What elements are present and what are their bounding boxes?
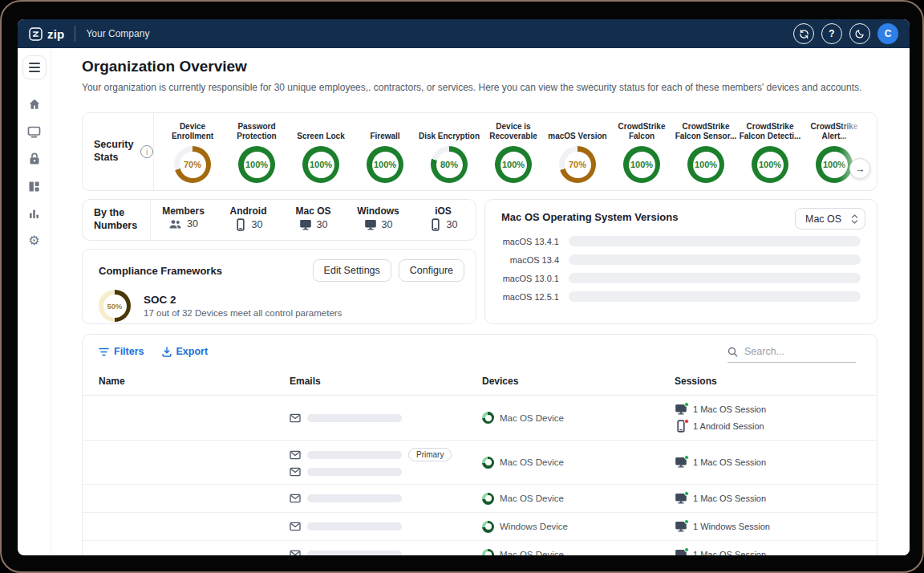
people-icon (168, 218, 182, 230)
filter-icon (99, 347, 109, 356)
os-bar-row: macOS 13.4 (501, 254, 861, 265)
filters-button[interactable]: Filters (99, 346, 144, 357)
sidebar-item-reports[interactable] (21, 200, 48, 227)
security-stat-item: CrowdStrike Falcon Detecti...100% (738, 120, 802, 190)
app-window: zip Your Company ? C (18, 19, 910, 555)
by-the-numbers-card: By the Numbers Members30Android30Mac OS3… (82, 199, 476, 241)
zip-logo[interactable]: zip (29, 27, 64, 41)
device-label: Mac OS Device (500, 494, 564, 503)
compliance-card: Compliance Frameworks Edit Settings Conf… (82, 249, 476, 324)
column-sessions: Sessions (675, 376, 861, 387)
search-field (727, 346, 856, 363)
device-status-ring (482, 412, 494, 424)
device-label: Mac OS Device (500, 550, 564, 555)
column-emails: Emails (290, 376, 482, 387)
stat-progress-ring: 100% (687, 146, 724, 183)
email-placeholder (307, 522, 402, 530)
logo-text: zip (47, 27, 64, 41)
security-stat-item: Screen Lock100% (289, 120, 353, 190)
email-placeholder (307, 414, 402, 422)
column-name: Name (99, 376, 290, 387)
number-label: Members (162, 205, 205, 217)
sidebar-item-home[interactable] (21, 91, 48, 118)
stat-label: Device is Recoverable (481, 120, 545, 141)
number-label: Windows (357, 205, 399, 217)
by-the-numbers-label: By the Numbers (94, 207, 139, 232)
session-label: 1 Mac OS Session (693, 550, 766, 555)
search-icon (727, 347, 738, 357)
monitor-session-icon (675, 548, 687, 555)
security-stat-item: Password Protection100% (225, 120, 289, 190)
stat-progress-ring: 100% (752, 146, 788, 183)
sidebar-item-settings[interactable]: ⚙ (21, 227, 48, 254)
os-bar-label: macOS 12.5.1 (501, 292, 559, 302)
info-icon[interactable]: i (140, 145, 153, 158)
table-row[interactable]: Mac OS Device1 Mac OS Session (83, 541, 877, 555)
edit-settings-button[interactable]: Edit Settings (313, 259, 391, 282)
session-label: 1 Mac OS Session (693, 457, 766, 467)
members-table-card: Filters Export Name Emails (82, 334, 877, 555)
sidebar-item-security[interactable] (21, 145, 48, 173)
os-bar-label: macOS 13.0.1 (501, 274, 559, 283)
configure-button[interactable]: Configure (399, 259, 464, 282)
os-bar-row: macOS 12.5.1 (501, 291, 861, 302)
stat-label: CrowdStrike Alert... (802, 120, 866, 141)
security-stat-item: CrowdStrike Alert...100% (802, 120, 866, 190)
number-label: Mac OS (295, 205, 330, 217)
dark-mode-icon[interactable] (849, 23, 870, 44)
primary-badge: Primary (408, 448, 452, 461)
device-status-ring (482, 549, 494, 556)
security-stats-card: Security Stats i Device Enrollment70%Pas… (82, 112, 877, 191)
stat-label: macOS Version (545, 120, 610, 141)
monitor-session-icon (675, 492, 687, 505)
phone-icon (234, 218, 247, 231)
search-input[interactable] (744, 346, 841, 357)
stat-progress-ring: 100% (623, 146, 660, 183)
sync-icon[interactable] (793, 23, 814, 44)
email-placeholder (307, 494, 402, 502)
table-row[interactable]: Mac OS Device1 Mac OS Session1 Android S… (83, 396, 877, 441)
email-placeholder (307, 451, 402, 459)
number-value: 30 (187, 218, 198, 230)
page-title: Organization Overview (82, 58, 247, 75)
os-bar-row: macOS 13.4.1 (501, 236, 861, 246)
security-stat-item: CrowdStrike Falcon100% (610, 120, 674, 190)
number-stat-android: Android30 (216, 205, 281, 240)
sidebar-item-apps[interactable] (21, 173, 48, 200)
device-label: Mac OS Device (500, 457, 564, 467)
stat-progress-ring: 100% (302, 146, 339, 183)
stat-label: CrowdStrike Falcon Detecti... (738, 120, 802, 141)
export-button[interactable]: Export (162, 346, 209, 357)
device-status-ring (482, 493, 494, 505)
stat-progress-ring: 100% (816, 146, 853, 183)
number-value: 30 (252, 219, 263, 230)
page-subtitle: Your organization is currently responsib… (82, 82, 876, 93)
download-icon (162, 347, 172, 357)
email-placeholder (307, 468, 402, 476)
table-row[interactable]: Windows Device1 Windows Session (83, 513, 877, 541)
email-placeholder (307, 551, 402, 555)
scroll-right-button[interactable]: → (849, 158, 870, 179)
os-bar-label: macOS 13.4.1 (501, 237, 559, 246)
stat-label: Disk Encryption (417, 120, 481, 141)
table-row[interactable]: Mac OS Device1 Mac OS Session (83, 485, 877, 513)
status-dot (684, 402, 689, 407)
status-dot (684, 519, 689, 524)
stat-progress-ring: 70% (174, 146, 211, 183)
framework-name: SOC 2 (144, 294, 342, 306)
table-row[interactable]: PrimaryMac OS Device1 Mac OS Session (83, 441, 877, 485)
user-avatar[interactable]: C (877, 23, 898, 44)
os-bar-track (569, 291, 861, 302)
stat-progress-ring: 80% (431, 146, 468, 183)
company-name: Your Company (86, 28, 149, 39)
security-stat-item: Firewall100% (353, 120, 417, 190)
stat-progress-ring: 100% (238, 146, 275, 183)
menu-toggle-button[interactable] (22, 55, 47, 79)
numbers-list: Members30Android30Mac OS30Windows30iOS30 (151, 200, 476, 240)
security-stat-item: Disk Encryption80% (417, 120, 481, 190)
help-icon[interactable]: ? (821, 23, 842, 44)
monitor-icon (27, 126, 41, 138)
sidebar-item-devices[interactable] (21, 118, 48, 145)
number-stat-ios: iOS30 (411, 205, 476, 240)
os-select-dropdown[interactable]: Mac OS (795, 208, 865, 230)
